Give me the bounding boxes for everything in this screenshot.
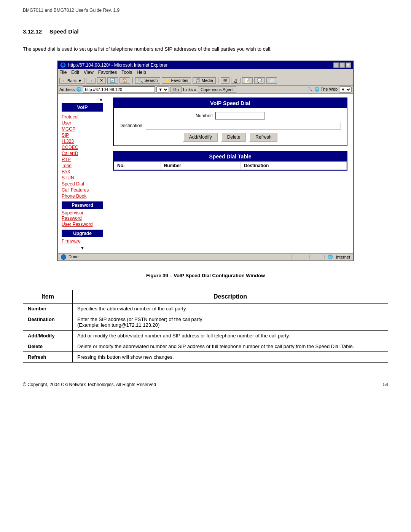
- browser-menubar: File Edit View Favorites Tools Help: [58, 69, 353, 76]
- minimize-button[interactable]: _: [333, 62, 339, 68]
- media-button[interactable]: 🎵 Media: [193, 77, 216, 84]
- menu-tools[interactable]: Tools: [121, 70, 132, 75]
- edit-button[interactable]: 📝: [242, 77, 253, 84]
- search-icon: 🔍: [307, 87, 313, 92]
- sidebar: ▲ VoIP Protocol User MGCP SIP H.323 CODE…: [58, 94, 107, 253]
- sidebar-item-sip[interactable]: SIP: [62, 132, 103, 138]
- sidebar-item-h323[interactable]: H.323: [62, 138, 103, 144]
- refresh-button[interactable]: 🔄: [107, 77, 118, 84]
- search-button[interactable]: 🔍 Search: [135, 77, 160, 84]
- internet-icon: 🌐: [328, 254, 333, 259]
- sidebar-item-codec[interactable]: CODEC: [62, 144, 103, 150]
- figure-caption: Figure 39 – VoIP Speed Dial Configuratio…: [23, 273, 388, 278]
- footer-copyright: © Copyright, 2004 Oki Network Technologi…: [23, 382, 156, 387]
- desc-destination: Enter the SIP address (or PSTN number) o…: [73, 314, 388, 330]
- address-label: Address: [59, 87, 75, 92]
- browser-titlebar: 🌐 http://67.104.98.120/ - Microsoft Inte…: [58, 61, 353, 69]
- description-table: Item Description Number Specifies the ab…: [23, 290, 388, 363]
- go-button[interactable]: Go: [170, 86, 182, 93]
- close-button[interactable]: ✕: [346, 62, 351, 68]
- col-number: Number: [161, 161, 241, 169]
- desc-number: Specifies the abbreviated number of the …: [73, 303, 388, 314]
- sidebar-item-fax[interactable]: FAX: [62, 169, 103, 175]
- status-progress-1: [291, 255, 306, 259]
- sidebar-item-callerid[interactable]: CallerID: [62, 150, 103, 157]
- the-web-dropdown[interactable]: ▼: [339, 86, 352, 93]
- speed-dial-table-panel: Speed Dial Table No. Number Destination: [113, 151, 347, 171]
- desc-refresh: Pressing this button will show new chang…: [73, 351, 388, 362]
- sidebar-voip-header: VoIP: [62, 103, 103, 112]
- menu-favorites[interactable]: Favorites: [98, 70, 117, 75]
- maximize-button[interactable]: □: [339, 62, 345, 68]
- sidebar-password-header: Password: [62, 201, 103, 209]
- sidebar-item-callfeatures[interactable]: Call Features: [62, 187, 103, 193]
- sidebar-item-user-password[interactable]: User Password: [62, 221, 103, 227]
- sidebar-item-mgcp[interactable]: MGCP: [62, 126, 103, 132]
- menu-edit[interactable]: Edit: [71, 70, 79, 75]
- menu-view[interactable]: View: [84, 70, 94, 75]
- sidebar-item-stun[interactable]: STUN: [62, 175, 103, 181]
- item-refresh: Refresh: [23, 351, 73, 362]
- table-row: Number Specifies the abbreviated number …: [23, 303, 388, 314]
- browser-title-text: http://67.104.98.120/ - Microsoft Intern…: [68, 62, 167, 68]
- forward-button[interactable]: →: [86, 78, 96, 84]
- table-row: Destination Enter the SIP address (or PS…: [23, 314, 388, 330]
- sidebar-item-protocol[interactable]: Protocol: [62, 114, 103, 120]
- address-dropdown[interactable]: ▼: [156, 86, 169, 93]
- mail-button[interactable]: ✉: [221, 77, 229, 84]
- browser-toolbar: ← Back ▼ → ✕ 🔄 🏠 🔍 Search ⭐ Favorites 🎵 …: [58, 76, 353, 86]
- sidebar-item-rtp[interactable]: RTP: [62, 157, 103, 163]
- discuss-button[interactable]: 💬: [254, 77, 265, 84]
- address-input[interactable]: [83, 86, 155, 93]
- destination-label: Destination:: [119, 123, 143, 128]
- copernicus-agent-button[interactable]: Copernicus Agent: [198, 86, 236, 93]
- add-modify-button[interactable]: Add/Modify: [183, 133, 218, 142]
- sidebar-item-tone[interactable]: Tone: [62, 163, 103, 169]
- messenger-button[interactable]: 📨: [266, 77, 277, 84]
- desc-addmodify: Add or modify the abbreviated number and…: [73, 330, 388, 341]
- number-label: Number:: [196, 113, 213, 118]
- desc-delete: Delete or modify the abbreviated number …: [73, 341, 388, 351]
- sidebar-item-phonebook[interactable]: Phone Book: [62, 193, 103, 199]
- menu-help[interactable]: Help: [137, 70, 146, 75]
- browser-window: 🌐 http://67.104.98.120/ - Microsoft Inte…: [57, 61, 354, 261]
- browser-title-area: 🌐 http://67.104.98.120/ - Microsoft Inte…: [60, 62, 167, 68]
- table-row: Refresh Pressing this button will show n…: [23, 351, 388, 362]
- sidebar-item-firmware[interactable]: Firmware: [62, 238, 103, 244]
- item-delete: Delete: [23, 341, 73, 351]
- status-icon: [61, 254, 66, 260]
- delete-button[interactable]: Delete: [221, 133, 247, 142]
- col-destination: Destination: [241, 161, 347, 169]
- number-row: Number:: [119, 112, 341, 120]
- number-input[interactable]: [215, 112, 265, 120]
- doc-header: BMG7011 and BMG7012 User's Guide Rev. 1.…: [23, 8, 388, 13]
- stop-button[interactable]: ✕: [97, 77, 106, 84]
- destination-input[interactable]: [146, 122, 341, 129]
- table-row: Delete Delete or modify the abbreviated …: [23, 341, 388, 351]
- sidebar-item-user[interactable]: User: [62, 120, 103, 126]
- the-web-label: 🌐 The Web: [314, 87, 338, 92]
- voip-speed-dial-header: VoIP Speed Dial: [114, 98, 347, 108]
- links-button[interactable]: Links »: [183, 87, 196, 92]
- footer-page: 54: [383, 382, 388, 387]
- back-button[interactable]: ← Back ▼: [59, 78, 84, 84]
- menu-file[interactable]: File: [59, 70, 67, 75]
- sidebar-item-supervisor-password[interactable]: Supervisor Password: [62, 210, 103, 221]
- toolbar-separator-2: [218, 77, 218, 84]
- browser-addressbar: Address 🌐 ▼ Go Links » Copernicus Agent …: [58, 86, 353, 94]
- status-progress-2: [309, 255, 325, 259]
- status-text: Done: [61, 254, 78, 260]
- sidebar-item-speeddial[interactable]: Speed Dial: [62, 181, 103, 187]
- section-number: 3.12.12: [23, 28, 42, 35]
- section-title: Speed Dial: [49, 28, 79, 35]
- item-number: Number: [23, 303, 73, 314]
- browser-window-controls[interactable]: _ □ ✕: [333, 62, 351, 68]
- table-row: Add/Modify Add or modify the abbreviated…: [23, 330, 388, 341]
- refresh-button[interactable]: Refresh: [249, 133, 277, 142]
- destination-row: Destination:: [119, 122, 341, 129]
- speed-dial-table-header: Speed Dial Table: [114, 152, 347, 161]
- print-button[interactable]: 🖨: [231, 78, 241, 84]
- favorites-button[interactable]: ⭐ Favorites: [162, 77, 191, 84]
- doc-header-text: BMG7011 and BMG7012 User's Guide Rev. 1.…: [23, 8, 119, 13]
- home-button[interactable]: 🏠: [119, 77, 130, 84]
